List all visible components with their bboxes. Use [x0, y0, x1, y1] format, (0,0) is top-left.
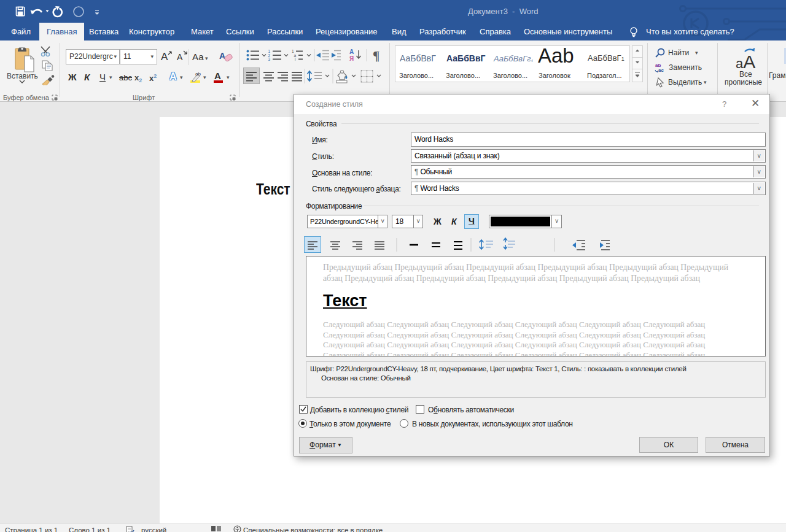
- svg-text:А: А: [349, 48, 354, 55]
- svg-text:Я: Я: [349, 55, 354, 62]
- svg-text:А: А: [219, 51, 225, 61]
- svg-text:ab: ab: [195, 71, 201, 77]
- svg-text:i: i: [295, 57, 295, 61]
- svg-text:¶: ¶: [373, 48, 379, 62]
- svg-text:ac: ac: [658, 67, 664, 72]
- svg-text:3: 3: [268, 57, 271, 61]
